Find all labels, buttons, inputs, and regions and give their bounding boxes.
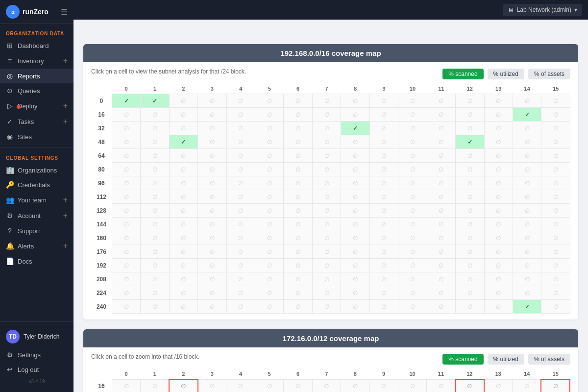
coverage-cell[interactable]: ∅ <box>398 176 427 190</box>
coverage-cell[interactable]: ∅ <box>284 108 312 122</box>
coverage-cell[interactable]: ∅ <box>141 286 169 300</box>
coverage-cell[interactable]: ∅ <box>427 122 455 135</box>
coverage-cell[interactable]: ∅ <box>112 190 140 204</box>
coverage-cell[interactable]: ∅ <box>427 190 455 204</box>
coverage-cell[interactable]: ∅ <box>484 259 513 272</box>
coverage-cell[interactable]: ∅ <box>456 272 484 286</box>
sidebar-item-settings[interactable]: ⚙ Settings <box>0 347 74 362</box>
coverage-cell[interactable]: ∅ <box>341 300 369 314</box>
coverage-cell[interactable]: ∅ <box>341 218 369 231</box>
coverage-cell[interactable]: ∅ <box>141 163 169 176</box>
coverage-cell[interactable]: ∅ <box>312 108 341 122</box>
coverage-cell[interactable]: ∅ <box>513 259 541 272</box>
coverage-cell[interactable]: ∅ <box>198 272 226 286</box>
coverage-cell[interactable]: ∅ <box>255 135 284 149</box>
coverage-cell[interactable]: ∅ <box>456 231 484 245</box>
coverage-cell[interactable]: ∅ <box>255 272 284 286</box>
coverage-cell[interactable]: ∅ <box>112 379 140 392</box>
coverage-cell[interactable]: ∅ <box>284 286 312 300</box>
coverage-cell[interactable]: ∅ <box>456 94 484 108</box>
sidebar-item-sites[interactable]: ◉ Sites <box>0 129 74 144</box>
coverage-cell[interactable]: ∅ <box>369 149 398 163</box>
coverage-cell[interactable]: ✓ <box>341 122 369 135</box>
sidebar-item-credentials[interactable]: 🔑 Credentials <box>0 177 74 192</box>
coverage-cell[interactable]: ∅ <box>284 135 312 149</box>
coverage-cell[interactable]: ∅ <box>541 231 570 245</box>
coverage-cell[interactable]: ∅ <box>312 94 341 108</box>
coverage-cell[interactable]: ∅ <box>141 122 169 135</box>
coverage-cell[interactable]: ∅ <box>226 190 255 204</box>
coverage-cell[interactable]: ∅ <box>455 379 484 392</box>
coverage-cell[interactable]: ∅ <box>141 300 169 314</box>
coverage-cell[interactable]: ∅ <box>398 231 427 245</box>
coverage-cell[interactable]: ∅ <box>312 245 341 259</box>
coverage-cell[interactable]: ∅ <box>284 176 312 190</box>
coverage-cell[interactable]: ∅ <box>398 149 427 163</box>
coverage-cell[interactable]: ∅ <box>112 300 140 314</box>
coverage-cell[interactable]: ∅ <box>341 259 369 272</box>
legend-utilized-btn[interactable]: % utilized <box>488 69 524 79</box>
coverage-cell[interactable]: ∅ <box>112 122 140 135</box>
sidebar-item-deploy[interactable]: ▷ Deploy + <box>0 98 74 114</box>
coverage-cell[interactable]: ∅ <box>541 379 570 392</box>
coverage-cell[interactable]: ∅ <box>226 245 255 259</box>
coverage-cell[interactable]: ∅ <box>255 190 284 204</box>
coverage-cell[interactable]: ∅ <box>198 218 226 231</box>
hamburger-icon[interactable]: ☰ <box>61 7 68 17</box>
coverage-cell[interactable]: ∅ <box>484 176 513 190</box>
sidebar-item-reports[interactable]: ◎ Reports <box>0 69 74 83</box>
coverage-cell[interactable]: ∅ <box>198 122 226 135</box>
coverage-cell[interactable]: ∅ <box>484 149 513 163</box>
coverage-cell[interactable]: ∅ <box>513 149 541 163</box>
coverage-cell[interactable]: ∅ <box>513 379 541 392</box>
coverage-cell[interactable]: ∅ <box>427 163 455 176</box>
coverage-cell[interactable]: ∅ <box>484 163 513 176</box>
coverage-cell[interactable]: ∅ <box>369 122 398 135</box>
coverage-cell[interactable]: ∅ <box>284 218 312 231</box>
coverage-cell[interactable]: ∅ <box>341 231 369 245</box>
coverage-cell[interactable]: ∅ <box>398 300 427 314</box>
coverage-cell[interactable]: ∅ <box>484 108 513 122</box>
coverage-cell[interactable]: ∅ <box>169 190 197 204</box>
coverage-cell[interactable]: ∅ <box>427 300 455 314</box>
coverage-cell[interactable]: ∅ <box>369 190 398 204</box>
legend-utilized-btn-2[interactable]: % utilized <box>488 354 524 365</box>
coverage-cell[interactable]: ∅ <box>169 149 197 163</box>
coverage-cell[interactable]: ∅ <box>484 286 513 300</box>
coverage-cell[interactable]: ∅ <box>169 272 197 286</box>
coverage-cell[interactable]: ∅ <box>541 245 570 259</box>
coverage-cell[interactable]: ∅ <box>226 176 255 190</box>
coverage-cell[interactable]: ∅ <box>226 231 255 245</box>
coverage-cell[interactable]: ∅ <box>141 204 169 218</box>
coverage-cell[interactable]: ∅ <box>226 272 255 286</box>
coverage-cell[interactable]: ∅ <box>456 245 484 259</box>
sidebar-item-dashboard[interactable]: ⊞ Dashboard <box>0 38 74 53</box>
coverage-cell[interactable]: ∅ <box>341 176 369 190</box>
coverage-cell[interactable]: ∅ <box>284 272 312 286</box>
coverage-cell[interactable]: ∅ <box>398 272 427 286</box>
coverage-cell[interactable]: ∅ <box>312 379 341 392</box>
coverage-cell[interactable]: ∅ <box>112 259 140 272</box>
coverage-cell[interactable]: ∅ <box>312 149 341 163</box>
coverage-cell[interactable]: ∅ <box>369 204 398 218</box>
coverage-cell[interactable]: ∅ <box>456 259 484 272</box>
coverage-cell[interactable]: ∅ <box>398 94 427 108</box>
coverage-cell[interactable]: ∅ <box>226 300 255 314</box>
coverage-cell[interactable]: ∅ <box>141 259 169 272</box>
coverage-cell[interactable]: ∅ <box>112 272 140 286</box>
coverage-cell[interactable]: ∅ <box>427 176 455 190</box>
coverage-cell[interactable]: ✓ <box>169 135 197 149</box>
coverage-cell[interactable]: ∅ <box>226 149 255 163</box>
coverage-cell[interactable]: ∅ <box>341 379 369 392</box>
coverage-cell[interactable]: ∅ <box>141 176 169 190</box>
coverage-cell[interactable]: ∅ <box>169 300 197 314</box>
sidebar-item-inventory[interactable]: ≡ Inventory + <box>0 53 74 69</box>
coverage-cell[interactable]: ∅ <box>398 135 427 149</box>
coverage-cell[interactable]: ∅ <box>341 163 369 176</box>
coverage-cell[interactable]: ∅ <box>226 218 255 231</box>
coverage-cell[interactable]: ∅ <box>456 218 484 231</box>
coverage-cell[interactable]: ∅ <box>112 218 140 231</box>
sidebar-item-docs[interactable]: 📄 Docs <box>0 254 74 269</box>
coverage-cell[interactable]: ∅ <box>312 176 341 190</box>
coverage-cell[interactable]: ∅ <box>456 176 484 190</box>
